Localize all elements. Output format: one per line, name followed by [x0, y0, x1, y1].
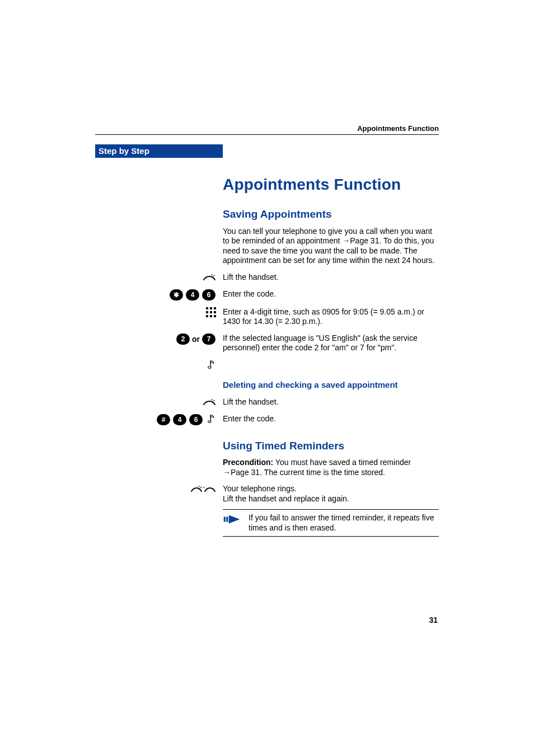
key-hash-icon: #: [157, 414, 170, 425]
heading-deleting-checking: Deleting and checking a saved appointmen…: [223, 380, 439, 391]
key-6-icon: 6: [202, 289, 216, 300]
key-2-icon: 2: [176, 334, 190, 345]
svg-rect-19: [226, 517, 228, 522]
code-keys-star-4-6: ✱ 4 6: [169, 289, 216, 300]
am-pm-keys: 2 or 7: [176, 334, 216, 345]
key-6-icon: 6: [189, 414, 203, 425]
heading-timed-reminders: Using Timed Reminders: [223, 439, 439, 453]
svg-rect-7: [214, 311, 216, 313]
running-header: Appointments Function: [357, 124, 439, 133]
svg-marker-20: [229, 515, 240, 524]
page-title: Appointments Function: [223, 175, 439, 194]
music-note-icon: [95, 360, 223, 370]
precondition: Precondition: You must have saved a time…: [223, 458, 439, 477]
svg-rect-4: [214, 307, 216, 309]
step-enter-code: Enter the code.: [223, 289, 439, 300]
page-number: 31: [429, 616, 438, 624]
content: Step by Step Appointments Function Savin…: [95, 144, 439, 537]
svg-rect-3: [210, 307, 212, 309]
step-lift-handset: Lift the handset.: [223, 273, 439, 283]
svg-line-16: [200, 487, 202, 488]
heading-saving-appointments: Saving Appointments: [223, 208, 439, 221]
music-note-icon: [207, 414, 216, 426]
key-4-icon: 4: [186, 289, 199, 300]
step-by-step-header: Step by Step: [95, 144, 223, 158]
step-phone-rings: Your telephone rings. Lift the handset a…: [223, 484, 439, 504]
svg-point-11: [208, 366, 211, 368]
svg-rect-8: [206, 315, 208, 317]
saving-intro-ref: Page 31: [350, 236, 379, 245]
header-rule: [95, 134, 439, 135]
step-enter-time: Enter a 4-digit time, such as 0905 for 9…: [223, 307, 439, 327]
svg-point-14: [208, 420, 211, 422]
key-4-icon: 4: [173, 414, 186, 425]
svg-line-0: [211, 274, 213, 276]
note-pointer-icon: [223, 514, 241, 525]
svg-rect-18: [224, 517, 226, 522]
svg-line-17: [203, 487, 205, 488]
page: Appointments Function Step by Step Appoi…: [0, 0, 534, 756]
svg-rect-9: [210, 315, 212, 317]
svg-line-13: [213, 400, 215, 401]
step-lift-handset-delete: Lift the handset.: [223, 397, 439, 407]
svg-line-1: [213, 275, 215, 276]
svg-rect-2: [206, 307, 208, 309]
note-box: If you fail to answer the timed reminder…: [223, 509, 439, 537]
ring-line1: Your telephone rings.: [223, 484, 439, 494]
note-text: If you fail to answer the timed reminder…: [249, 513, 439, 533]
phone-ringing-icon: [95, 484, 223, 504]
svg-line-12: [211, 399, 213, 401]
keypad-icon: [95, 307, 223, 327]
arrow-icon: [223, 468, 231, 477]
precondition-text1: You must have saved a timed reminder: [273, 458, 411, 467]
svg-line-15: [198, 486, 200, 487]
ring-line2: Lift the handset and replace it again.: [223, 494, 439, 504]
handset-lift-icon: [95, 273, 223, 283]
key-7-icon: 7: [202, 334, 216, 345]
precondition-ref: Page 31: [231, 468, 260, 477]
arrow-icon: [342, 236, 350, 245]
step-am-pm: If the selected language is "US English"…: [223, 334, 439, 353]
key-star-icon: ✱: [170, 289, 183, 300]
precondition-label: Precondition:: [223, 458, 273, 467]
svg-rect-6: [210, 311, 212, 313]
confirmation-tone: [223, 360, 439, 370]
precondition-text2: . The current time is the time stored.: [260, 468, 385, 477]
code-keys-hash-4-6: # 4 6: [156, 414, 216, 426]
handset-lift-icon: [95, 397, 223, 407]
saving-intro: You can tell your telephone to give you …: [223, 227, 439, 266]
or-label: or: [192, 335, 200, 344]
svg-rect-5: [206, 311, 208, 313]
step-enter-code-delete: Enter the code.: [223, 414, 439, 426]
svg-rect-10: [214, 315, 216, 317]
